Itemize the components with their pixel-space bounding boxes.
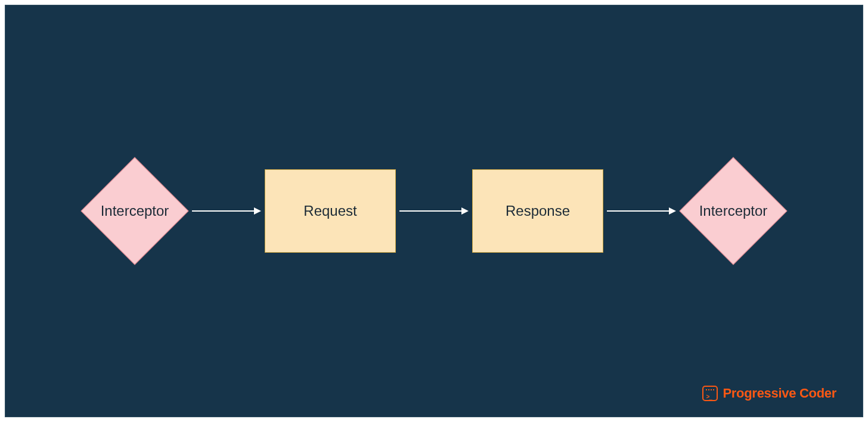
node-label: Interceptor xyxy=(101,203,169,219)
node-label: Interceptor xyxy=(699,203,768,219)
arrow-icon xyxy=(398,205,470,217)
node-interceptor-right: Interceptor xyxy=(680,157,787,265)
node-label: Request xyxy=(303,203,356,219)
diagram-canvas: Interceptor Request Response xyxy=(5,5,863,417)
brand-name: Progressive Coder xyxy=(723,386,836,401)
svg-marker-5 xyxy=(669,207,676,215)
node-request: Request xyxy=(265,169,396,253)
flow-diagram: Interceptor Request Response xyxy=(81,157,787,265)
arrow-icon xyxy=(191,205,262,217)
terminal-icon xyxy=(702,386,718,401)
svg-marker-1 xyxy=(254,207,261,215)
svg-marker-3 xyxy=(461,207,469,215)
node-label: Response xyxy=(506,203,570,219)
brand-logo: Progressive Coder xyxy=(702,386,836,401)
arrow-icon xyxy=(606,205,677,217)
node-response: Response xyxy=(472,169,603,253)
node-interceptor-left: Interceptor xyxy=(81,157,188,265)
